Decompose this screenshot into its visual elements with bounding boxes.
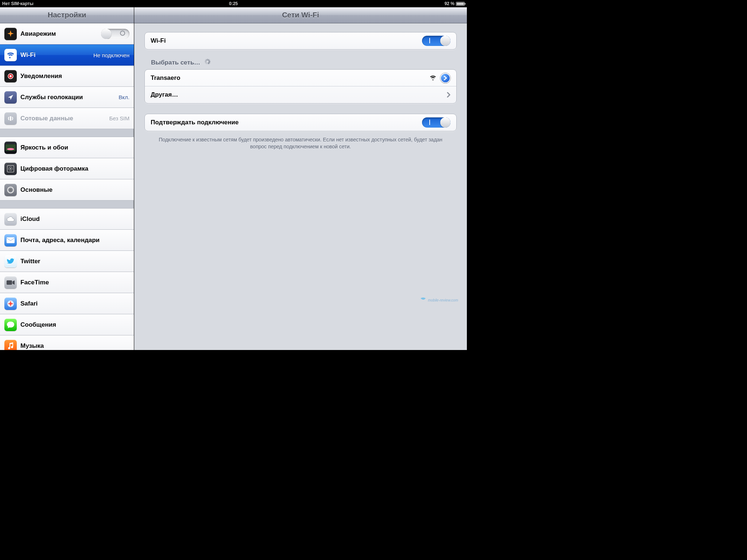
svg-rect-9 (7, 237, 15, 243)
sidebar-item-notifications[interactable]: Уведомления (0, 66, 134, 87)
footer-note: Подключение к известным сетям будет прои… (158, 136, 444, 150)
sidebar-item-brightness[interactable]: Яркость и обои (0, 137, 134, 158)
sidebar-item-wifi[interactable]: Wi-FiНе подключен (0, 44, 134, 66)
airplane-mode-toggle[interactable] (101, 29, 129, 39)
sidebar-item-music[interactable]: Музыка (0, 335, 134, 350)
sidebar-item-value: Вкл. (119, 94, 129, 100)
twitter-icon (4, 255, 17, 268)
sidebar-item-label: Основные (20, 186, 129, 194)
loading-spinner-icon (204, 59, 210, 66)
detail-pane: Сети Wi-Fi Wi-Fi Выбрать сеть… Transaero (134, 7, 467, 350)
brightness-icon (4, 141, 17, 154)
music-icon (4, 340, 17, 350)
sidebar-header: Настройки (0, 7, 134, 23)
sidebar-item-label: Twitter (20, 258, 129, 265)
svg-point-8 (9, 189, 12, 191)
sidebar-item-value: Без SIM (109, 115, 129, 121)
sidebar-list[interactable]: АвиарежимWi-FiНе подключенУведомленияСлу… (0, 23, 134, 350)
wifi-toggle[interactable] (422, 36, 450, 46)
sidebar-item-airplane[interactable]: Авиарежим (0, 23, 134, 44)
sidebar-item-label: FaceTime (20, 279, 129, 286)
detail-header: Сети Wi-Fi (134, 7, 467, 23)
battery-icon (456, 2, 465, 6)
sidebar-item-safari[interactable]: Safari (0, 293, 134, 314)
choose-network-label: Выбрать сеть… (151, 59, 457, 66)
ask-join-label: Подтверждать подключение (151, 119, 422, 126)
sidebar-item-messages[interactable]: Сообщения (0, 314, 134, 335)
sidebar-item-label: Сообщения (20, 321, 129, 328)
sidebar-item-facetime[interactable]: FaceTime (0, 272, 134, 293)
sidebar-item-mail[interactable]: Почта, адреса, календари (0, 230, 134, 251)
sidebar-title: Настройки (48, 11, 86, 19)
facetime-icon (4, 276, 17, 289)
sidebar-item-cellular[interactable]: Сотовые данныеБез SIM (0, 108, 134, 129)
sidebar-item-label: Музыка (20, 342, 129, 350)
sidebar-item-label: Яркость и обои (20, 144, 129, 151)
sidebar-item-label: Цифровая фоторамка (20, 165, 129, 172)
sidebar-item-label: Авиарежим (20, 30, 101, 38)
sidebar-item-value: Не подключен (93, 52, 129, 58)
sidebar-item-label: Safari (20, 300, 129, 307)
status-time: 0:25 (229, 1, 238, 6)
airplane-icon (4, 28, 17, 40)
settings-sidebar: Настройки АвиарежимWi-FiНе подключенУвед… (0, 7, 134, 350)
sidebar-item-label: Почта, адреса, календари (20, 237, 129, 244)
network-name: Transaero (151, 74, 429, 82)
sidebar-item-twitter[interactable]: Twitter (0, 251, 134, 272)
general-icon (4, 184, 17, 196)
sidebar-item-general[interactable]: Основные (0, 179, 134, 201)
networks-card: Transaero Другая… (144, 69, 457, 104)
sidebar-item-label: Службы геолокации (20, 94, 119, 101)
messages-icon (4, 319, 17, 331)
sidebar-item-photoframe[interactable]: Цифровая фоторамка (0, 158, 134, 179)
network-row[interactable]: Transaero (145, 70, 456, 86)
other-network-label: Другая… (151, 91, 444, 98)
mail-icon (4, 234, 17, 246)
other-network-row[interactable]: Другая… (145, 86, 456, 103)
sidebar-item-label: Уведомления (20, 73, 129, 80)
watermark: mobile-review.com (420, 298, 458, 303)
safari-icon (4, 298, 17, 310)
battery-percent: 92 % (445, 1, 454, 6)
ask-join-toggle[interactable] (422, 117, 450, 128)
cellular-icon (4, 112, 17, 125)
sidebar-item-label: Wi-Fi (20, 51, 93, 59)
location-icon (4, 91, 17, 104)
svg-point-6 (10, 168, 11, 170)
wifi-toggle-label: Wi-Fi (151, 37, 422, 44)
ask-join-card: Подтверждать подключение (144, 114, 457, 131)
svg-point-1 (9, 75, 12, 77)
sidebar-item-label: Сотовые данные (20, 115, 109, 122)
sidebar-item-label: iCloud (20, 215, 129, 223)
photoframe-icon (4, 163, 17, 175)
sidebar-item-icloud[interactable]: iCloud (0, 209, 134, 230)
detail-title: Сети Wi-Fi (282, 11, 319, 19)
svg-point-3 (7, 148, 14, 150)
network-detail-button[interactable] (440, 73, 450, 83)
status-bar: Нет SIM-карты 0:25 92 % (0, 0, 467, 7)
wifi-toggle-card: Wi-Fi (144, 32, 457, 50)
wifi-signal-icon (429, 74, 437, 82)
sidebar-item-location[interactable]: Службы геолокацииВкл. (0, 87, 134, 108)
sim-status: Нет SIM-карты (2, 1, 34, 6)
svg-rect-10 (7, 280, 12, 285)
notifications-icon (4, 70, 17, 82)
icloud-icon (4, 213, 17, 225)
wifi-icon (4, 49, 17, 61)
chevron-right-icon (447, 92, 450, 98)
